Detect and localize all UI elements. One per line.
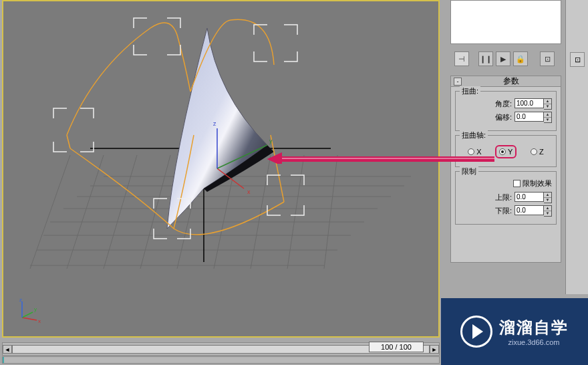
angle-input[interactable] — [514, 98, 544, 108]
lock-button[interactable]: 🔒 — [513, 51, 528, 66]
parameters-rollout: - 参数 扭曲: 角度: ▲ ▼ 偏移: ▲ ▼ — [450, 76, 561, 263]
right-sidebar: ⊡ — [565, 0, 588, 294]
axis-x-radio[interactable]: X — [468, 148, 481, 156]
svg-text:z: z — [19, 297, 22, 303]
radio-icon — [499, 148, 506, 155]
timeline-left-button[interactable]: ◄ — [3, 345, 12, 354]
spinner-up-icon[interactable]: ▲ — [544, 99, 551, 104]
svg-line-8 — [30, 155, 70, 269]
frame-counter: 100 / 100 — [369, 342, 424, 352]
twist-group: 扭曲: 角度: ▲ ▼ 偏移: ▲ ▼ — [455, 91, 557, 131]
spinner-down-icon[interactable]: ▼ — [544, 118, 551, 122]
watermark: 溜溜自学 zixue.3d66.com — [441, 298, 588, 365]
limits-group-label: 限制 — [460, 166, 478, 176]
spinner-down-icon[interactable]: ▼ — [544, 198, 551, 203]
right-tool-icon[interactable]: ⊡ — [570, 52, 585, 67]
lower-limit-input[interactable] — [514, 205, 544, 215]
time-ruler[interactable] — [2, 356, 440, 364]
watermark-url: zixue.3d66.com — [508, 338, 559, 346]
svg-text:x: x — [38, 318, 41, 324]
svg-line-26 — [22, 312, 33, 318]
svg-line-9 — [67, 155, 104, 269]
timeline-right-button[interactable]: ► — [430, 345, 439, 354]
lower-spinner[interactable]: ▲ ▼ — [544, 205, 552, 217]
svg-text:x: x — [247, 189, 251, 195]
axis-y-radio[interactable]: Y — [499, 148, 512, 156]
rollout-toolbar: ⊣ ❙❙ ▶ 🔒 ⊡ — [452, 50, 557, 68]
svg-text:z: z — [213, 120, 216, 127]
upper-limit-label: 上限: — [495, 193, 512, 203]
spinner-down-icon[interactable]: ▼ — [544, 104, 551, 109]
limit-effect-checkbox[interactable] — [513, 180, 521, 187]
preview-panel — [450, 0, 561, 44]
spinner-up-icon[interactable]: ▲ — [544, 193, 551, 198]
bias-input[interactable] — [514, 112, 544, 122]
svg-line-25 — [22, 318, 37, 320]
timeline-track[interactable] — [12, 345, 430, 354]
spinner-down-icon[interactable]: ▼ — [544, 211, 551, 216]
limit-effect-label: 限制效果 — [523, 178, 552, 189]
axis-y-label: Y — [508, 148, 512, 156]
svg-line-16 — [324, 155, 337, 269]
collapse-icon[interactable]: - — [454, 78, 462, 86]
spinner-up-icon[interactable]: ▲ — [544, 206, 551, 211]
bias-label: 偏移: — [495, 112, 512, 122]
prev-button[interactable]: ❙❙ — [478, 51, 493, 66]
lower-limit-label: 下限: — [495, 206, 512, 216]
object-button[interactable]: ⊡ — [540, 51, 555, 66]
radio-icon — [531, 148, 537, 155]
rollout-header[interactable]: - 参数 — [451, 76, 561, 87]
axis-x-label: X — [476, 148, 481, 156]
y-highlight: Y — [495, 145, 517, 158]
play-button[interactable]: ▶ — [496, 51, 510, 66]
bias-spinner[interactable]: ▲ ▼ — [544, 112, 552, 123]
rollout-title: 参数 — [464, 76, 558, 87]
spinner-up-icon[interactable]: ▲ — [544, 112, 551, 118]
viewport-perspective[interactable]: x y z x y z — [2, 0, 440, 338]
watermark-title: 溜溜自学 — [499, 317, 569, 338]
pin-button[interactable]: ⊣ — [454, 51, 469, 66]
radio-icon — [468, 148, 474, 155]
axis-gizmo-icon: x y z — [15, 297, 42, 324]
svg-text:y: y — [34, 306, 37, 312]
axis-z-label: Z — [539, 148, 544, 156]
svg-line-15 — [287, 155, 304, 269]
upper-limit-input[interactable] — [514, 192, 544, 202]
twist-axis-label: 扭曲轴: — [460, 130, 488, 140]
axis-z-radio[interactable]: Z — [531, 148, 544, 156]
twist-group-label: 扭曲: — [460, 86, 480, 96]
limits-group: 限制 限制效果 上限: ▲ ▼ 下限: ▲ ▼ — [455, 171, 557, 225]
svg-line-11 — [140, 155, 170, 269]
viewport-scene: x y z — [3, 1, 438, 336]
angle-label: 角度: — [495, 99, 512, 109]
angle-spinner[interactable]: ▲ ▼ — [544, 98, 552, 110]
play-icon — [460, 316, 492, 348]
svg-line-10 — [104, 155, 137, 269]
svg-text:y: y — [269, 138, 273, 144]
twist-axis-group: 扭曲轴: X Y Z — [455, 135, 557, 167]
upper-spinner[interactable]: ▲ ▼ — [544, 192, 552, 203]
